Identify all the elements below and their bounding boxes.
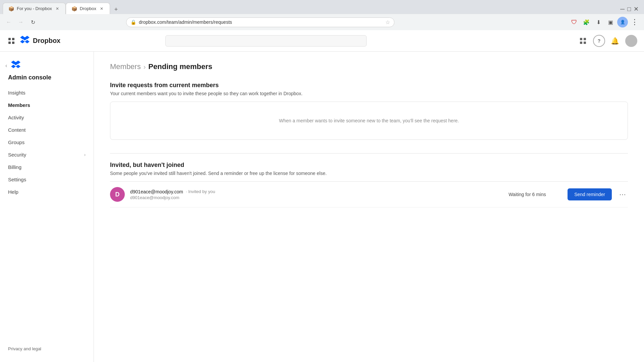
sidebar-item-billing[interactable]: Billing <box>0 161 94 173</box>
breadcrumb-separator: › <box>144 63 146 71</box>
tab-1-icon: 📦 <box>8 6 14 11</box>
logo-icon <box>20 35 30 47</box>
chevron-right-icon: › <box>84 153 86 157</box>
sidebar-item-members[interactable]: Members <box>0 99 94 111</box>
sidebar-nav: Insights Members Activity Content Groups… <box>0 86 94 341</box>
sidebar-item-groups[interactable]: Groups <box>0 136 94 148</box>
invite-requests-section: Invite requests from current members You… <box>110 82 628 140</box>
sidebar-security-label: Security <box>8 152 26 158</box>
sidebar-item-help[interactable]: Help <box>0 186 94 198</box>
address-input[interactable] <box>139 19 383 25</box>
svg-rect-3 <box>12 42 14 44</box>
invited-info: d901eace@moodjoy.com · Invited by you d9… <box>130 189 503 200</box>
star-icon[interactable]: ☆ <box>385 19 390 25</box>
svg-rect-6 <box>580 42 582 44</box>
admin-console-label: Admin console <box>0 74 94 86</box>
section-divider <box>110 153 628 154</box>
tab-1-close[interactable]: ✕ <box>55 6 60 11</box>
tab-1[interactable]: 📦 For you - Dropbox ✕ <box>3 3 66 14</box>
tab-2-icon: 📦 <box>71 6 77 11</box>
sidebar-item-settings[interactable]: Settings <box>0 173 94 186</box>
nav-actions: 🛡 🧩 ⬇ ▣ 👤 ⋮ <box>569 17 640 27</box>
user-avatar[interactable] <box>625 35 637 47</box>
svg-rect-2 <box>8 42 11 44</box>
main-layout: ‹ Admin console Insights Members Activit… <box>0 52 644 362</box>
window-close[interactable]: ✕ <box>634 5 639 13</box>
tab-2-label: Dropbox <box>80 6 96 11</box>
invited-sub-email: d901eace@moodjoy.com <box>130 195 503 200</box>
tab-2[interactable]: 📦 Dropbox ✕ <box>66 3 110 14</box>
sidebar-collapse-button[interactable]: ‹ <box>0 57 94 74</box>
invite-requests-empty: When a member wants to invite someone ne… <box>110 102 628 140</box>
svg-rect-5 <box>584 38 586 40</box>
avatar: D <box>110 187 125 202</box>
forward-button[interactable]: → <box>16 17 25 27</box>
logo-text: Dropbox <box>33 37 60 45</box>
sidebar-help-label: Help <box>8 189 18 195</box>
download-icon[interactable]: ⬇ <box>593 17 604 27</box>
grid-icon[interactable] <box>7 36 16 46</box>
breadcrumb: Members › Pending members <box>110 62 628 71</box>
help-button[interactable]: ? <box>593 35 605 47</box>
sidebar-item-insights[interactable]: Insights <box>0 86 94 99</box>
back-button[interactable]: ← <box>4 17 13 27</box>
window-maximize[interactable]: □ <box>627 6 631 13</box>
svg-rect-4 <box>580 38 582 40</box>
new-tab-button[interactable]: + <box>111 5 121 14</box>
invited-email-row: d901eace@moodjoy.com · Invited by you <box>130 189 503 194</box>
app-bar-search <box>165 35 367 47</box>
sidebar-item-activity[interactable]: Activity <box>0 111 94 124</box>
sidebar-icon[interactable]: ▣ <box>605 17 616 27</box>
invite-requests-title: Invite requests from current members <box>110 82 628 89</box>
sidebar: ‹ Admin console Insights Members Activit… <box>0 52 94 362</box>
lock-icon: 🔒 <box>130 19 136 25</box>
sidebar-content-label: Content <box>8 127 26 133</box>
breadcrumb-members[interactable]: Members <box>110 62 141 71</box>
breadcrumb-current: Pending members <box>148 62 212 71</box>
more-options-button[interactable]: ⋯ <box>617 189 628 200</box>
privacy-legal-link[interactable]: Privacy and legal <box>0 341 94 357</box>
bell-button[interactable]: 🔔 <box>609 35 621 47</box>
invited-not-joined-section: Invited, but haven't joined Some people … <box>110 162 628 207</box>
invite-requests-desc: Your current members want you to invite … <box>110 91 628 96</box>
send-reminder-button[interactable]: Send reminder <box>568 188 612 200</box>
sidebar-activity-label: Activity <box>8 115 24 120</box>
left-arrow-icon: ‹ <box>5 63 7 69</box>
extensions-icon[interactable]: 🛡 <box>569 17 580 27</box>
reload-button[interactable]: ↻ <box>28 17 38 27</box>
sidebar-logo-icon <box>11 60 20 71</box>
tab-bar: 📦 For you - Dropbox ✕ 📦 Dropbox ✕ + ─ □ … <box>0 0 644 14</box>
sidebar-item-content[interactable]: Content <box>0 124 94 136</box>
sidebar-insights-label: Insights <box>8 90 25 96</box>
invited-not-joined-title: Invited, but haven't joined <box>110 162 628 169</box>
app-bar: Dropbox ? 🔔 <box>0 30 644 52</box>
puzzle-icon[interactable]: 🧩 <box>581 17 592 27</box>
browser-chrome: 📦 For you - Dropbox ✕ 📦 Dropbox ✕ + ─ □ … <box>0 0 644 30</box>
sidebar-members-label: Members <box>8 102 30 108</box>
tab-1-label: For you - Dropbox <box>17 6 52 11</box>
invited-not-joined-desc: Some people you've invited still haven't… <box>110 171 628 176</box>
sidebar-groups-label: Groups <box>8 139 24 145</box>
sidebar-settings-label: Settings <box>8 177 26 182</box>
table-row: D d901eace@moodjoy.com · Invited by you … <box>110 182 628 207</box>
profile-button[interactable]: 👤 <box>617 17 628 27</box>
svg-rect-1 <box>12 38 14 40</box>
svg-rect-0 <box>8 38 11 40</box>
grid-apps-button[interactable] <box>577 35 589 47</box>
tab-2-close[interactable]: ✕ <box>99 6 104 11</box>
main-content: Members › Pending members Invite request… <box>94 52 644 362</box>
sidebar-item-security[interactable]: Security › <box>0 148 94 161</box>
logo[interactable]: Dropbox <box>20 35 60 47</box>
app-bar-right: ? 🔔 <box>577 35 637 47</box>
search-input[interactable] <box>165 35 367 47</box>
menu-button[interactable]: ⋮ <box>629 17 640 27</box>
waiting-text: Waiting for 6 mins <box>508 192 562 197</box>
invited-by-text: · Invited by you <box>186 189 215 194</box>
invited-email: d901eace@moodjoy.com <box>130 189 183 194</box>
nav-bar: ← → ↻ 🔒 ☆ 🛡 🧩 ⬇ ▣ 👤 ⋮ <box>0 14 644 30</box>
window-minimize[interactable]: ─ <box>620 6 625 13</box>
sidebar-billing-label: Billing <box>8 164 21 170</box>
address-bar[interactable]: 🔒 ☆ <box>126 17 394 27</box>
empty-state-text: When a member wants to invite someone ne… <box>279 118 459 123</box>
avatar-letter: D <box>115 191 120 198</box>
